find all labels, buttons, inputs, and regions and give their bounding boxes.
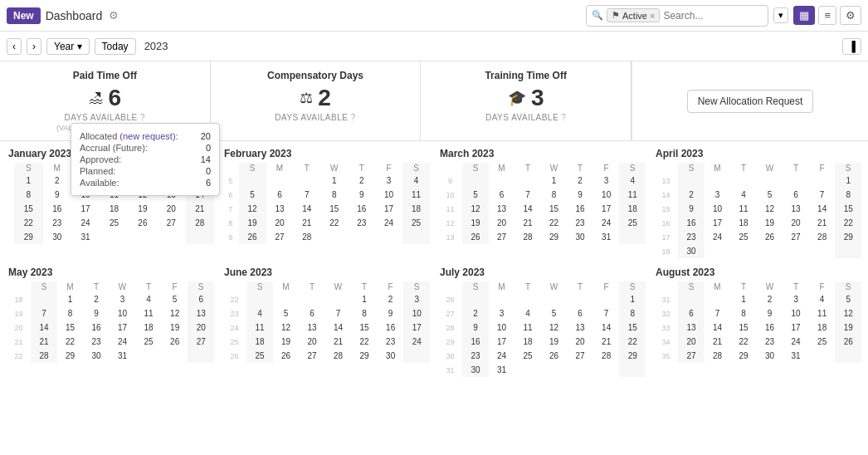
calendar-day[interactable]: 16 <box>43 202 71 216</box>
calendar-day[interactable]: 18 <box>402 202 430 216</box>
calendar-day[interactable]: 28 <box>809 230 836 244</box>
calendar-day[interactable]: 8 <box>57 306 84 320</box>
calendar-day[interactable]: 23 <box>678 230 705 244</box>
calendar-day[interactable]: 22 <box>57 335 84 349</box>
calendar-day[interactable]: 20 <box>567 335 593 349</box>
calendar-day[interactable]: 11 <box>246 320 273 335</box>
calendar-day[interactable]: 18 <box>246 335 273 349</box>
gear-icon[interactable]: ⚙ <box>109 9 119 22</box>
calendar-day[interactable]: 11 <box>402 188 430 202</box>
calendar-day[interactable]: 19 <box>162 320 188 335</box>
calendar-day[interactable]: 16 <box>678 216 705 230</box>
calendar-day[interactable]: 6 <box>188 292 214 306</box>
calendar-day[interactable]: 28 <box>325 349 352 363</box>
calendar-day[interactable]: 9 <box>83 306 110 320</box>
calendar-day[interactable]: 29 <box>619 349 646 363</box>
calendar-day[interactable]: 8 <box>835 188 861 202</box>
calendar-day[interactable]: 31 <box>783 349 809 363</box>
calendar-day[interactable]: 7 <box>705 306 731 320</box>
calendar-day[interactable]: 29 <box>14 230 42 244</box>
calendar-day[interactable]: 11 <box>809 306 836 320</box>
calendar-day[interactable]: 16 <box>567 202 593 216</box>
calendar-day[interactable]: 10 <box>403 306 430 320</box>
calendar-day[interactable]: 12 <box>757 202 783 216</box>
calendar-day[interactable]: 9 <box>757 306 783 320</box>
calendar-day[interactable]: 13 <box>489 202 515 216</box>
new-button[interactable]: New <box>7 7 41 24</box>
calendar-day[interactable]: 1 <box>619 292 646 306</box>
calendar-day[interactable]: 23 <box>83 335 110 349</box>
calendar-day[interactable]: 6 <box>299 306 325 320</box>
pto-help[interactable]: ? <box>140 113 145 122</box>
calendar-day[interactable]: 8 <box>14 188 42 202</box>
calendar-day[interactable]: 9 <box>567 188 593 202</box>
calendar-day[interactable]: 9 <box>43 188 71 202</box>
calendar-day[interactable]: 29 <box>541 230 568 244</box>
calendar-day[interactable]: 28 <box>186 216 214 230</box>
calendar-day[interactable]: 27 <box>299 349 325 363</box>
calendar-day[interactable]: 28 <box>593 349 620 363</box>
calendar-day[interactable]: 9 <box>678 202 705 216</box>
calendar-day[interactable]: 26 <box>835 335 861 349</box>
calendar-day[interactable]: 28 <box>514 230 541 244</box>
calendar-day[interactable]: 18 <box>619 202 646 216</box>
calendar-day[interactable]: 24 <box>403 335 430 349</box>
calendar-day[interactable]: 8 <box>320 188 348 202</box>
calendar-day[interactable]: 22 <box>541 216 568 230</box>
calendar-day[interactable]: 11 <box>135 306 162 320</box>
calendar-day[interactable]: 2 <box>348 174 375 188</box>
calendar-day[interactable]: 28 <box>705 349 731 363</box>
calendar-day[interactable]: 27 <box>489 230 515 244</box>
calendar-day[interactable]: 20 <box>783 216 809 230</box>
calendar-day[interactable]: 6 <box>266 188 294 202</box>
calendar-day[interactable]: 2 <box>678 188 705 202</box>
calendar-day[interactable]: 11 <box>619 188 646 202</box>
calendar-day[interactable]: 17 <box>705 216 731 230</box>
calendar-day[interactable]: 21 <box>325 335 352 349</box>
calendar-day[interactable]: 19 <box>273 335 300 349</box>
calendar-day[interactable]: 25 <box>135 335 162 349</box>
calendar-day[interactable]: 7 <box>514 188 541 202</box>
year-selector[interactable]: Year ▾ <box>46 38 90 55</box>
calendar-day[interactable]: 7 <box>293 188 320 202</box>
list-view-button[interactable]: ≡ <box>818 6 836 25</box>
calendar-day[interactable]: 15 <box>619 320 646 335</box>
calendar-day[interactable]: 9 <box>462 320 489 335</box>
calendar-day[interactable]: 17 <box>71 202 100 216</box>
calendar-day[interactable]: 19 <box>129 202 157 216</box>
calendar-day[interactable]: 5 <box>835 292 861 306</box>
calendar-day[interactable]: 4 <box>809 292 836 306</box>
calendar-day[interactable]: 23 <box>567 216 593 230</box>
calendar-day[interactable]: 31 <box>71 230 100 244</box>
calendar-day[interactable]: 23 <box>348 216 375 230</box>
calendar-day[interactable]: 13 <box>678 320 705 335</box>
calendar-day[interactable]: 24 <box>71 216 100 230</box>
calendar-day[interactable]: 29 <box>730 349 757 363</box>
calendar-day[interactable]: 14 <box>809 202 836 216</box>
calendar-day[interactable]: 15 <box>14 202 42 216</box>
calendar-day[interactable]: 3 <box>403 292 430 306</box>
calendar-day[interactable]: 4 <box>246 306 273 320</box>
today-button[interactable]: Today <box>95 38 136 55</box>
calendar-day[interactable]: 6 <box>783 188 809 202</box>
calendar-day[interactable]: 2 <box>567 174 593 188</box>
calendar-day[interactable]: 26 <box>757 230 783 244</box>
calendar-day[interactable]: 7 <box>593 306 620 320</box>
calendar-day[interactable]: 13 <box>567 320 593 335</box>
calendar-day[interactable]: 18 <box>135 320 162 335</box>
calendar-day[interactable]: 23 <box>378 335 404 349</box>
calendar-day[interactable]: 2 <box>757 292 783 306</box>
sidebar-toggle-button[interactable]: ▐ <box>842 38 861 55</box>
calendar-day[interactable]: 6 <box>567 306 593 320</box>
calendar-day[interactable]: 10 <box>593 188 620 202</box>
calendar-day[interactable]: 3 <box>783 292 809 306</box>
calendar-day[interactable]: 11 <box>514 320 541 335</box>
calendar-day[interactable]: 3 <box>705 188 731 202</box>
calendar-day[interactable]: 18 <box>100 202 128 216</box>
calendar-day[interactable]: 8 <box>351 306 378 320</box>
calendar-day[interactable]: 24 <box>375 216 402 230</box>
calendar-day[interactable]: 29 <box>351 349 378 363</box>
calendar-day[interactable]: 30 <box>378 349 404 363</box>
calendar-day[interactable]: 27 <box>188 335 214 349</box>
calendar-day[interactable]: 8 <box>619 306 646 320</box>
